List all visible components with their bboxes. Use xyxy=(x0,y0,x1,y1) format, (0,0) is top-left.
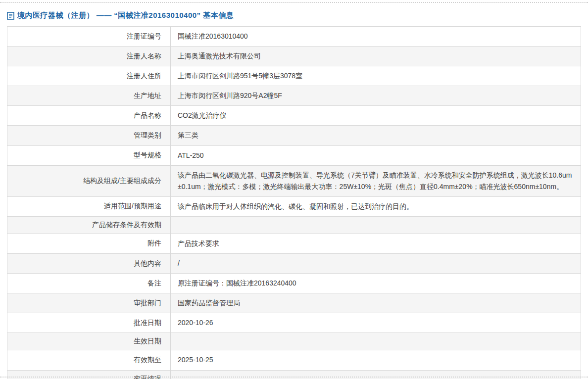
row-value xyxy=(171,333,581,350)
row-value: 国家药品监督管理局 xyxy=(171,293,581,313)
row-label: 审批部门 xyxy=(7,293,171,313)
row-value: / xyxy=(171,254,581,274)
registration-info-table-wrap: 注册证编号 国械注准20163010400 注册人名称 上海奥通激光技术有限公司… xyxy=(7,26,581,379)
page: 境内医疗器械（注册） —— “国械注准20163010400” 基本信息 注册证… xyxy=(0,0,588,379)
row-value: 上海市闵行区剑川路920号A2幢5F xyxy=(171,86,581,106)
row-value: 上海奥通激光技术有限公司 xyxy=(171,47,581,66)
row-label: 变更情况 xyxy=(7,370,171,379)
row-label: 注册人名称 xyxy=(7,47,171,66)
page-title: 境内医疗器械（注册） —— “国械注准20163010400” 基本信息 xyxy=(17,11,234,20)
page-header: 境内医疗器械（注册） —— “国械注准20163010400” 基本信息 xyxy=(0,0,588,26)
table-row: 附件 产品技术要求 xyxy=(7,234,581,253)
row-label: 生效日期 xyxy=(7,333,171,350)
table-row: 注册人住所 上海市闵行区剑川路951号5幢3层3078室 xyxy=(7,66,581,86)
row-value: 产品技术要求 xyxy=(171,234,581,253)
row-label: 有效期至 xyxy=(7,350,171,370)
table-row: 生产地址 上海市闵行区剑川路920号A2幢5F xyxy=(7,86,581,106)
table-row: 结构及组成/主要组成成分 该产品由二氧化碳激光器、电源及控制装置、导光系统（7关… xyxy=(7,165,581,196)
row-value: 2020-10-26 xyxy=(171,313,581,333)
registration-info-table: 注册证编号 国械注准20163010400 注册人名称 上海奥通激光技术有限公司… xyxy=(7,26,581,379)
row-label: 备注 xyxy=(7,274,171,293)
table-row: 型号规格 ATL-250 xyxy=(7,145,581,165)
row-label: 生产地址 xyxy=(7,86,171,106)
row-label: 管理类别 xyxy=(7,126,171,145)
table-row: 有效期至 2025-10-25 xyxy=(7,350,581,370)
table-row: 生效日期 xyxy=(7,333,581,350)
table-row: 适用范围/预期用途 该产品临床用于对人体组织的汽化、碳化、凝固和照射，已达到治疗… xyxy=(7,196,581,216)
table-row: 注册证编号 国械注准20163010400 xyxy=(7,27,581,47)
row-value: 2025-10-25 xyxy=(171,350,581,370)
table-row: 备注 原注册证编号：国械注准20163240400 xyxy=(7,274,581,293)
table-row: 批准日期 2020-10-26 xyxy=(7,313,581,333)
row-label: 附件 xyxy=(7,234,171,253)
row-label: 产品储存条件及有效期 xyxy=(7,216,171,234)
bottom-dotted-divider xyxy=(0,377,588,378)
table-row: 产品名称 CO2激光治疗仪 xyxy=(7,106,581,126)
row-label: 批准日期 xyxy=(7,313,171,333)
table-row: 产品储存条件及有效期 xyxy=(7,216,581,234)
top-dotted-divider xyxy=(0,2,588,3)
row-value: 上海市闵行区剑川路951号5幢3层3078室 xyxy=(171,66,581,86)
table-row: 注册人名称 上海奥通激光技术有限公司 xyxy=(7,47,581,66)
row-label: 结构及组成/主要组成成分 xyxy=(7,165,171,196)
row-label: 型号规格 xyxy=(7,145,171,165)
row-value: 该产品由二氧化碳激光器、电源及控制装置、导光系统（7关节臂）及瞄准装置、水冷系统… xyxy=(171,165,581,196)
registration-document-icon xyxy=(7,12,14,20)
row-label: 产品名称 xyxy=(7,106,171,126)
row-value xyxy=(171,370,581,379)
table-row: 管理类别 第三类 xyxy=(7,126,581,145)
row-label: 其他内容 xyxy=(7,254,171,274)
row-value: 该产品临床用于对人体组织的汽化、碳化、凝固和照射，已达到治疗的目的。 xyxy=(171,196,581,216)
row-value: 国械注准20163010400 xyxy=(171,27,581,47)
table-row: 变更情况 xyxy=(7,370,581,379)
row-value: CO2激光治疗仪 xyxy=(171,106,581,126)
row-value xyxy=(171,216,581,234)
table-row: 其他内容 / xyxy=(7,254,581,274)
row-label: 注册人住所 xyxy=(7,66,171,86)
table-row: 审批部门 国家药品监督管理局 xyxy=(7,293,581,313)
row-label: 适用范围/预期用途 xyxy=(7,196,171,216)
row-label: 注册证编号 xyxy=(7,27,171,47)
row-value: ATL-250 xyxy=(171,145,581,165)
row-value: 原注册证编号：国械注准20163240400 xyxy=(171,274,581,293)
row-value: 第三类 xyxy=(171,126,581,145)
